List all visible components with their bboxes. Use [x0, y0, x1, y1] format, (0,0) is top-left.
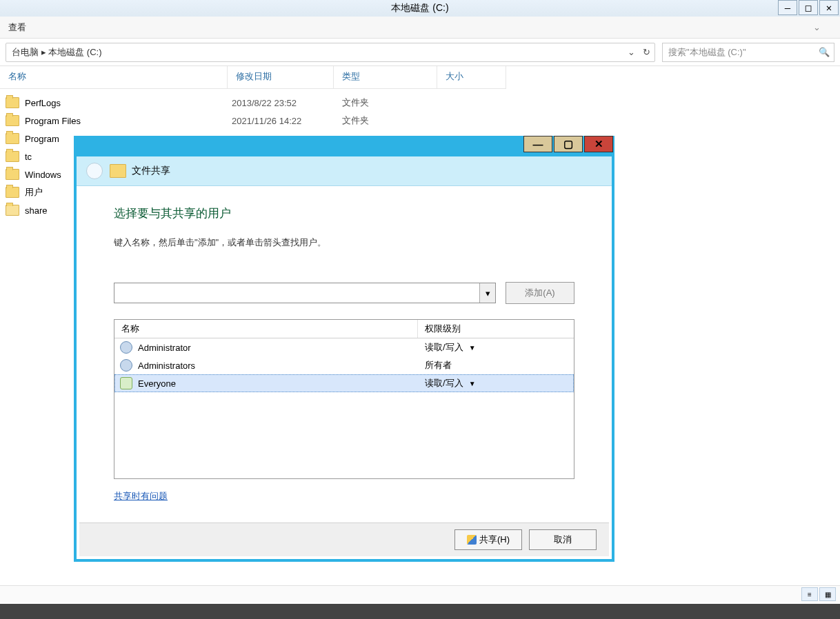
menu-view[interactable]: 查看 — [8, 21, 26, 34]
column-header: 名称 修改日期 类型 大小 — [0, 66, 506, 89]
col-permission[interactable]: 权限级别 — [418, 320, 574, 338]
table-row[interactable]: Everyone 读取/写入▼ — [114, 374, 574, 392]
chevron-down-icon: ▼ — [469, 344, 476, 352]
user-combobox[interactable]: ▾ — [114, 283, 496, 303]
chevron-right-icon: ▸ — [41, 47, 46, 57]
dialog-minimize-button[interactable]: — — [523, 136, 552, 152]
folder-icon — [6, 205, 19, 216]
close-button[interactable]: ✕ — [819, 0, 839, 15]
help-link[interactable]: 共享时有问题 — [114, 490, 168, 503]
dialog-titlebar: — ▢ ✕ — [74, 136, 614, 156]
col-name[interactable]: 名称 — [0, 66, 228, 88]
taskbar — [0, 604, 840, 619]
back-button[interactable] — [86, 163, 103, 179]
breadcrumb-segment[interactable]: 台电脑 — [12, 46, 39, 59]
dialog-footer: 共享(H) 取消 — [79, 522, 609, 556]
dialog-heading: 选择要与其共享的用户 — [114, 205, 574, 221]
chevron-down-icon[interactable]: ⌄ — [628, 47, 635, 57]
folder-icon — [6, 115, 19, 126]
user-icon — [120, 341, 132, 354]
folder-icon — [6, 97, 19, 108]
dialog-subtext: 键入名称，然后单击"添加"，或者单击箭头查找用户。 — [114, 236, 574, 249]
folder-icon — [6, 151, 19, 162]
permission-dropdown[interactable]: 读取/写入▼ — [425, 341, 574, 354]
dialog-close-button[interactable]: ✕ — [584, 136, 613, 152]
shield-icon — [467, 535, 477, 545]
permission-dropdown[interactable]: 读取/写入▼ — [425, 377, 574, 389]
user-icon — [120, 359, 132, 372]
folder-icon — [6, 169, 19, 180]
dialog-maximize-button[interactable]: ▢ — [554, 136, 583, 152]
view-details-button[interactable]: ≡ — [801, 587, 818, 601]
group-icon — [120, 377, 132, 389]
search-icon: 🔍 — [819, 47, 830, 57]
share-folder-icon — [110, 164, 126, 178]
add-button[interactable]: 添加(A) — [506, 282, 574, 304]
breadcrumb-segment[interactable]: 本地磁盘 (C:) — [48, 46, 101, 59]
minimize-button[interactable]: — — [778, 0, 797, 15]
refresh-icon[interactable]: ↻ — [643, 47, 650, 57]
ribbon-expand-icon[interactable]: ⌄ — [813, 22, 821, 32]
col-date[interactable]: 修改日期 — [228, 66, 334, 88]
list-item[interactable]: PerfLogs 2013/8/22 23:52 文件夹 — [6, 94, 626, 112]
col-size[interactable]: 大小 — [437, 66, 506, 88]
folder-icon — [6, 187, 19, 198]
statusbar: ≡ ▦ — [0, 585, 840, 602]
search-placeholder: 搜索"本地磁盘 (C:)" — [668, 46, 746, 59]
col-type[interactable]: 类型 — [334, 66, 437, 88]
col-name[interactable]: 名称 — [114, 320, 418, 338]
dialog-header: 文件共享 — [77, 156, 612, 186]
list-item[interactable]: Program Files 2021/11/26 14:22 文件夹 — [6, 112, 626, 130]
breadcrumb[interactable]: 台电脑 ▸ 本地磁盘 (C:) ⌄ ↻ — [6, 43, 655, 62]
table-row[interactable]: Administrator 读取/写入▼ — [114, 338, 574, 356]
chevron-down-icon: ▼ — [469, 380, 476, 387]
permissions-table: 名称 权限级别 Administrator 读取/写入▼ Administrat… — [114, 319, 574, 479]
menubar: 查看 ⌄ — [0, 17, 840, 39]
chevron-down-icon[interactable]: ▾ — [479, 283, 495, 303]
maximize-button[interactable]: □ — [799, 0, 818, 15]
table-row[interactable]: Administrators 所有者 — [114, 356, 574, 374]
folder-icon — [6, 133, 19, 144]
window-title: 本地磁盘 (C:) — [0, 2, 840, 14]
search-input[interactable]: 搜索"本地磁盘 (C:)" 🔍 — [662, 43, 834, 62]
permission-cell: 所有者 — [425, 359, 574, 372]
share-button[interactable]: 共享(H) — [454, 529, 522, 550]
file-sharing-dialog: — ▢ ✕ 文件共享 选择要与其共享的用户 键入名称，然后单击"添加"，或者单击… — [74, 136, 614, 562]
cancel-button[interactable]: 取消 — [529, 529, 597, 550]
explorer-titlebar: 本地磁盘 (C:) — □ ✕ — [0, 0, 840, 17]
addressbar: 台电脑 ▸ 本地磁盘 (C:) ⌄ ↻ 搜索"本地磁盘 (C:)" 🔍 — [0, 39, 840, 66]
dialog-title: 文件共享 — [132, 165, 170, 177]
view-icons-button[interactable]: ▦ — [819, 587, 836, 601]
